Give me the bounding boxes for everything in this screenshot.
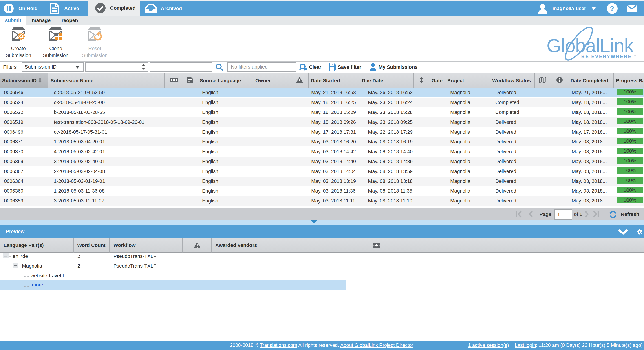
svg-text:GlobalLink: GlobalLink (546, 35, 634, 56)
svg-text:BE EVERYWHERE™: BE EVERYWHERE™ (581, 54, 637, 59)
svg-text:?: ? (610, 5, 614, 13)
